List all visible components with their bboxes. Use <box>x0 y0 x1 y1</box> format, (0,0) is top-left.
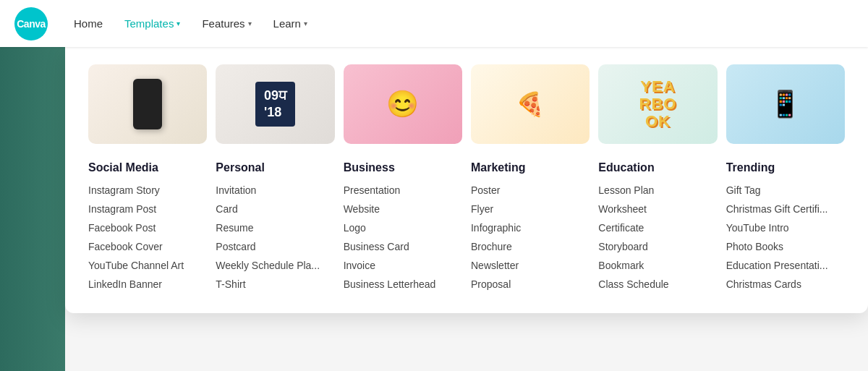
business-item-presentation[interactable]: Presentation <box>344 184 462 196</box>
trending-items: Gift Tag Christmas Gift Certifi... YouTu… <box>726 184 845 290</box>
trending-item-gift-tag[interactable]: Gift Tag <box>726 184 845 196</box>
education-items: Lesson Plan Worksheet Certificate Storyb… <box>598 184 717 290</box>
column-business: Business Presentation Website Logo Busin… <box>344 161 462 290</box>
education-item-certificate[interactable]: Certificate <box>598 222 717 234</box>
trending-item-photo-books[interactable]: Photo Books <box>726 241 845 252</box>
social-media-item-instagram-post[interactable]: Instagram Post <box>88 203 207 215</box>
trending-item-education-presentation[interactable]: Education Presentati... <box>726 260 845 271</box>
marketing-header: Marketing <box>471 161 590 174</box>
personal-header: Personal <box>216 161 334 174</box>
marketing-image[interactable] <box>471 64 590 144</box>
column-marketing: Marketing Poster Flyer Infographic Broch… <box>471 161 590 290</box>
trending-item-christmas-gift-cert[interactable]: Christmas Gift Certifi... <box>726 203 845 215</box>
trending-item-christmas-cards[interactable]: Christmas Cards <box>726 278 845 290</box>
business-item-business-letterhead[interactable]: Business Letterhead <box>344 278 462 290</box>
logo-text: Canva <box>17 18 46 30</box>
nav-features-label: Features <box>202 17 244 30</box>
navbar: Canva Home Templates ▾ Features ▾ Learn … <box>0 0 868 47</box>
nav-templates-chevron: ▾ <box>176 20 180 27</box>
education-item-lesson-plan[interactable]: Lesson Plan <box>598 184 717 196</box>
personal-image[interactable] <box>216 64 334 144</box>
category-columns: Social Media Instagram Story Instagram P… <box>88 161 845 290</box>
business-item-website[interactable]: Website <box>344 203 462 215</box>
business-image[interactable] <box>344 64 462 144</box>
personal-items: Invitation Card Resume Postcard Weekly S… <box>216 184 334 290</box>
nav-features-chevron: ▾ <box>248 20 252 27</box>
social-media-item-linkedin-banner[interactable]: LinkedIn Banner <box>88 278 207 290</box>
nav-templates-label: Templates <box>124 17 174 30</box>
education-item-worksheet[interactable]: Worksheet <box>598 203 717 215</box>
social-media-item-facebook-cover[interactable]: Facebook Cover <box>88 241 207 252</box>
personal-item-invitation[interactable]: Invitation <box>216 184 334 196</box>
personal-item-resume[interactable]: Resume <box>216 222 334 234</box>
nav-home-label: Home <box>74 17 103 30</box>
marketing-item-poster[interactable]: Poster <box>471 184 590 196</box>
nav-learn[interactable]: Learn ▾ <box>265 12 316 35</box>
personal-item-postcard[interactable]: Postcard <box>216 241 334 252</box>
social-media-item-instagram-story[interactable]: Instagram Story <box>88 184 207 196</box>
column-education: Education Lesson Plan Worksheet Certific… <box>598 161 717 290</box>
education-image[interactable]: YEARBOOK <box>598 64 717 144</box>
social-media-image[interactable] <box>88 64 207 144</box>
personal-item-weekly-schedule[interactable]: Weekly Schedule Pla... <box>216 260 334 271</box>
business-item-logo[interactable]: Logo <box>344 222 462 234</box>
column-trending: Trending Gift Tag Christmas Gift Certifi… <box>726 161 845 290</box>
marketing-item-proposal[interactable]: Proposal <box>471 278 590 290</box>
left-sidebar-bg <box>0 0 65 371</box>
social-media-items: Instagram Story Instagram Post Facebook … <box>88 184 207 290</box>
templates-dropdown: YEARBOOK Social Media Instagram Story In… <box>65 47 868 313</box>
trending-header: Trending <box>726 161 845 174</box>
education-item-storyboard[interactable]: Storyboard <box>598 241 717 252</box>
social-media-header: Social Media <box>88 161 207 174</box>
education-item-class-schedule[interactable]: Class Schedule <box>598 278 717 290</box>
logo[interactable]: Canva <box>14 7 48 40</box>
column-social-media: Social Media Instagram Story Instagram P… <box>88 161 207 290</box>
trending-item-youtube-intro[interactable]: YouTube Intro <box>726 222 845 234</box>
social-media-item-facebook-post[interactable]: Facebook Post <box>88 222 207 234</box>
business-header: Business <box>344 161 462 174</box>
marketing-item-newsletter[interactable]: Newsletter <box>471 260 590 271</box>
trending-image[interactable] <box>726 64 845 144</box>
marketing-item-infographic[interactable]: Infographic <box>471 222 590 234</box>
nav-learn-chevron: ▾ <box>304 20 307 27</box>
marketing-items: Poster Flyer Infographic Brochure Newsle… <box>471 184 590 290</box>
business-items: Presentation Website Logo Business Card … <box>344 184 462 290</box>
column-personal: Personal Invitation Card Resume Postcard… <box>216 161 334 290</box>
marketing-item-flyer[interactable]: Flyer <box>471 203 590 215</box>
category-images-row: YEARBOOK <box>88 64 845 144</box>
social-media-item-youtube-channel-art[interactable]: YouTube Channel Art <box>88 260 207 271</box>
business-item-invoice[interactable]: Invoice <box>344 260 462 271</box>
education-image-text: YEARBOOK <box>639 78 677 131</box>
personal-item-tshirt[interactable]: T-Shirt <box>216 278 334 290</box>
nav-items: Home Templates ▾ Features ▾ Learn ▾ <box>65 12 316 35</box>
personal-item-card[interactable]: Card <box>216 203 334 215</box>
nav-templates[interactable]: Templates ▾ <box>116 12 189 35</box>
business-item-business-card[interactable]: Business Card <box>344 241 462 252</box>
marketing-item-brochure[interactable]: Brochure <box>471 241 590 252</box>
nav-features[interactable]: Features ▾ <box>193 12 260 35</box>
education-header: Education <box>598 161 717 174</box>
education-item-bookmark[interactable]: Bookmark <box>598 260 717 271</box>
nav-learn-label: Learn <box>273 17 301 30</box>
nav-home[interactable]: Home <box>65 12 111 35</box>
